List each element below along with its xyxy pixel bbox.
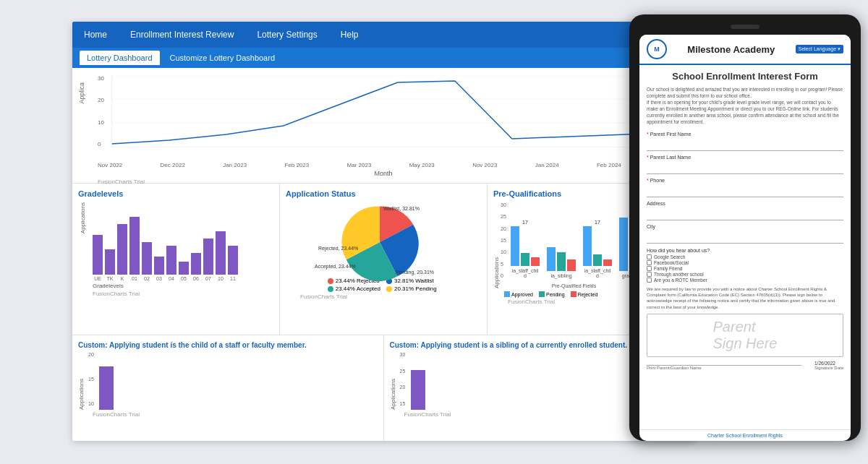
hear-family: Family Friend	[647, 266, 843, 271]
pie-chart-container: Waitlist, 32.81% Rejected, 23.44% Pendin…	[286, 202, 481, 292]
line-chart-area: 0 10 20 30	[98, 75, 684, 162]
appstatus-fusion: FusionCharts Trial	[300, 293, 481, 300]
hear-rotc-checkbox[interactable]	[647, 278, 652, 283]
line-chart-panel: Applica 0 10 20 30 Nov 2022 Dec 2022 Jan…	[72, 68, 694, 184]
gradelevels-fusion: FusionCharts Trial	[93, 291, 273, 297]
tab-bar: Lottery Dashboard Customize Lottery Dash…	[72, 48, 694, 68]
grade-bar-11	[228, 246, 238, 275]
preq-x-label: Pre-Qualified Fields	[500, 283, 648, 288]
gradelevels-panel: Gradelevels Applications	[72, 184, 280, 335]
line-chart-y-ticks: 0 10 20 30	[98, 75, 104, 147]
nav-help[interactable]: Help	[336, 24, 363, 46]
sig-name-label: Print Parent/Guardian Name	[647, 366, 809, 370]
hear-family-checkbox[interactable]	[647, 266, 652, 271]
charter-notice: We are required by law to provide you wi…	[647, 286, 843, 311]
address-input[interactable]	[647, 210, 843, 220]
form-title: School Enrollment Interest Form	[647, 71, 843, 82]
school-logo: M	[647, 39, 667, 59]
gradelevels-footer: Gradelevels	[93, 283, 273, 289]
signature-box[interactable]: ParentSign Here	[647, 314, 843, 357]
parent-last-name-input[interactable]	[647, 164, 843, 174]
phone-field: * Phone	[647, 178, 843, 197]
tablet-device: M Milestone Academy Select Language ▾ Sc…	[629, 14, 861, 441]
preq-group-1: 17 ia_staff_child	[511, 220, 540, 278]
nav-bar: Home Enrollment Interest Review Lottery …	[72, 22, 694, 48]
hear-google: Google Search	[647, 254, 843, 259]
pie-label-accepted: Accepted, 23.44%	[315, 264, 356, 269]
sig-date-value: 1/26/2022	[814, 361, 843, 366]
custom1-fusion: FusionCharts Trial	[93, 411, 378, 418]
tab-lottery-dashboard[interactable]: Lottery Dashboard	[80, 51, 160, 65]
line-chart-y-label: Applica	[78, 82, 85, 104]
parent-first-name-label: * Parent First Name	[647, 132, 843, 137]
nav-lottery[interactable]: Lottery Settings	[252, 24, 321, 46]
gradelevels-bars	[93, 202, 238, 275]
form-description: Our school is delighted and amazed that …	[647, 86, 843, 126]
signature-placeholder-text: ParentSign Here	[713, 319, 778, 352]
custom-panel-1: Custom: Applying student is the child of…	[72, 335, 384, 441]
form-content: School Enrollment Interest Form Our scho…	[639, 65, 851, 429]
preq-group-2: . ia_sibling	[547, 241, 576, 278]
tab-customize-dashboard[interactable]: Customize Lottery Dashboard	[163, 51, 283, 65]
gradelevels-y-label: Applications	[80, 202, 86, 233]
custom2-y-label: Applications	[390, 352, 396, 410]
pie-label-pending: Pending, 20.31%	[396, 270, 434, 275]
line-chart-svg	[98, 75, 684, 147]
application-status-title: Application Status	[286, 189, 481, 198]
form-header: M Milestone Academy Select Language ▾	[639, 35, 851, 65]
custom2-bars	[411, 352, 425, 410]
gradelevels-x-labels: UE TK K 01 02 03 04 05 06 07 10 11	[93, 276, 238, 281]
custom1-bar-main	[99, 366, 114, 410]
tablet-screen: M Milestone Academy Select Language ▾ Sc…	[639, 35, 851, 441]
address-label: Address	[647, 201, 843, 206]
signature-row: Print Parent/Guardian Name 1/26/2022 Sig…	[647, 361, 843, 370]
legend-pending: 20.31% Pending	[386, 285, 439, 292]
sig-date-label: Signature Date	[814, 366, 843, 370]
custom-title-1: Custom: Applying student is the child of…	[78, 341, 378, 349]
grade-bar-9	[203, 239, 213, 275]
school-name: Milestone Academy	[667, 44, 796, 55]
translate-button[interactable]: Select Language ▾	[796, 45, 844, 53]
hear-school: Through another school	[647, 272, 843, 277]
hear-facebook: Facebook/Social	[647, 260, 843, 265]
address-field: Address	[647, 201, 843, 220]
legend-accepted: 23.44% Accepted	[328, 285, 380, 292]
parent-first-name-input[interactable]	[647, 141, 843, 151]
custom1-y-ticks: 10 15 20	[88, 352, 94, 406]
application-status-panel: Application Status Waitlist, 32.81%	[280, 184, 488, 335]
nav-enrollment[interactable]: Enrollment Interest Review	[126, 24, 238, 46]
city-field: City	[647, 224, 843, 244]
grade-bar-4	[142, 242, 152, 275]
custom-panels: Custom: Applying student is the child of…	[72, 335, 694, 441]
custom1-y-label: Applications	[78, 352, 85, 410]
line-chart-x-labels: Nov 2022 Dec 2022 Jan 2023 Feb 2023 Mar …	[98, 162, 684, 168]
preq-group-3: 17 ia_staff_child	[583, 220, 612, 278]
grade-bar-1	[105, 249, 115, 275]
parent-first-name-field: * Parent First Name	[647, 132, 843, 151]
city-label: City	[647, 224, 843, 229]
dashboard-container: Home Enrollment Interest Review Lottery …	[72, 22, 694, 441]
nav-home[interactable]: Home	[80, 24, 111, 46]
preq-y-label: Applications	[493, 202, 500, 288]
grade-bar-6	[166, 246, 176, 275]
city-input[interactable]	[647, 233, 843, 244]
custom2-bar-main	[411, 370, 425, 410]
phone-input[interactable]	[647, 187, 843, 197]
preq-bars-container: 17 ia_staff_child .	[511, 206, 648, 278]
gradelevels-chart: Applications	[78, 202, 273, 281]
hear-google-checkbox[interactable]	[647, 254, 652, 259]
gradelevels-title: Gradelevels	[78, 189, 273, 198]
hear-facebook-checkbox[interactable]	[647, 260, 652, 265]
hear-school-checkbox[interactable]	[647, 272, 652, 277]
custom2-y-ticks: 15 20 25 30	[400, 352, 406, 406]
form-footer: Charter School Enrollment Rights	[639, 429, 851, 441]
grade-bar-5	[154, 257, 164, 275]
grade-bar-0	[93, 235, 103, 275]
grade-bar-2	[117, 224, 127, 275]
parent-last-name-field: * Parent Last Name	[647, 155, 843, 174]
grade-bar-8	[191, 253, 201, 275]
line-chart-x-axis-label: Month	[83, 170, 684, 177]
custom1-bars	[99, 352, 114, 410]
tablet-camera	[731, 25, 760, 29]
grade-bar-10	[216, 231, 226, 275]
